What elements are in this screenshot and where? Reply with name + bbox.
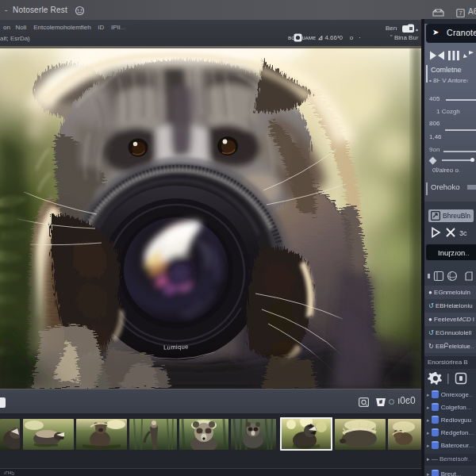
svg-text:3c: 3c [459,229,467,237]
svg-text:7: 7 [459,10,462,17]
